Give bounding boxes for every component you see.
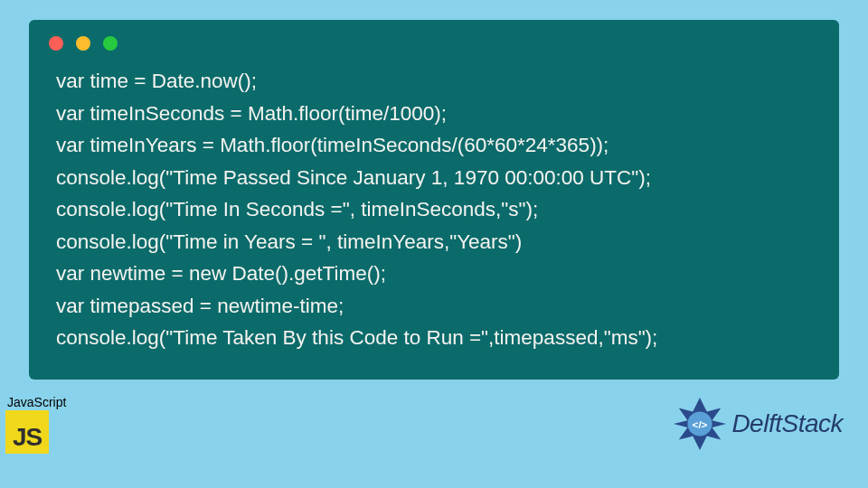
window-close-icon (49, 36, 63, 51)
window-controls (29, 20, 839, 60)
delftstack-text: DelftStack (731, 409, 843, 438)
javascript-label: JavaScript (5, 395, 66, 409)
window-maximize-icon (103, 36, 118, 51)
window-minimize-icon (76, 36, 90, 51)
javascript-logo-text: JS (13, 423, 42, 452)
javascript-logo-icon: JS (5, 410, 49, 454)
delftstack-logo-icon: </> (672, 396, 728, 452)
svg-text:</>: </> (693, 418, 708, 430)
javascript-badge: JavaScript JS (5, 395, 66, 454)
code-block: var time = Date.now(); var timeInSeconds… (29, 60, 839, 358)
code-window: var time = Date.now(); var timeInSeconds… (29, 20, 839, 380)
delftstack-badge: </> DelftStack (672, 396, 843, 452)
